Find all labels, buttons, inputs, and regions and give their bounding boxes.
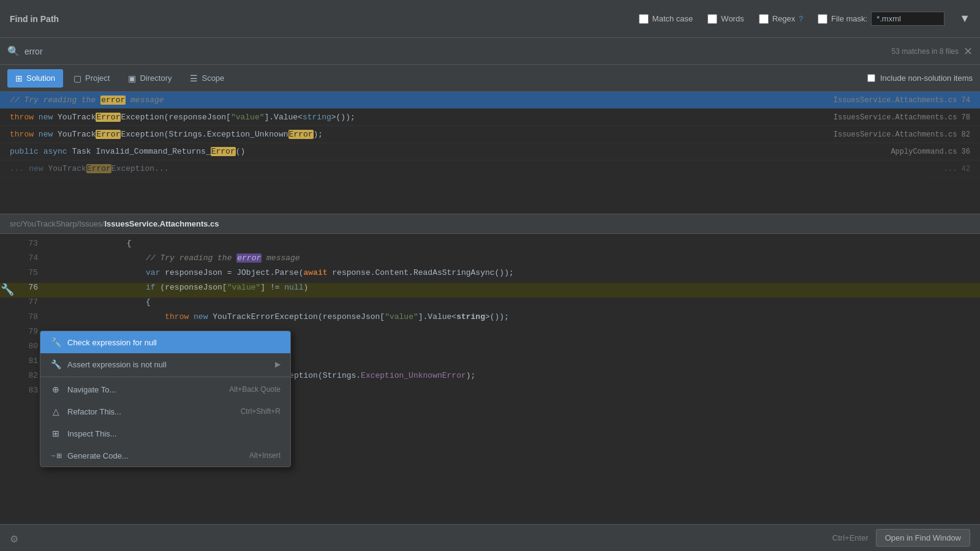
line-num-76: 76 <box>15 283 45 292</box>
project-icon: ▢ <box>74 73 81 83</box>
tab-scope-label: Scope <box>202 73 224 83</box>
ctx-divider <box>40 377 290 377</box>
code-line: 77 { <box>0 298 980 312</box>
tab-directory[interactable]: ▣ Directory <box>120 69 179 88</box>
match-case-label: Match case <box>652 14 693 23</box>
settings-icon[interactable]: ⚙ <box>10 533 18 545</box>
regex-help-icon[interactable]: ? <box>799 15 803 23</box>
tab-project[interactable]: ▢ Project <box>66 69 118 88</box>
result-code: public async Task Invalid_Command_Return… <box>10 147 881 156</box>
breadcrumb-bar: src/YouTrackSharp/Issues/IssuesService.A… <box>0 214 980 234</box>
include-wrap: Include non-solution items <box>867 73 973 83</box>
line-content-76: if (responseJson["value"] != null) <box>45 283 980 292</box>
filter-icon[interactable]: ▼ <box>959 12 970 25</box>
search-icon: 🔍 <box>7 45 20 57</box>
line-content-77: { <box>45 298 980 307</box>
regex-option[interactable]: Regex ? <box>759 14 803 24</box>
ctx-navigate-label: Navigate To... <box>67 385 223 394</box>
code-line-highlighted: 🔧 76 if (responseJson["value"] != null) <box>0 283 980 298</box>
code-line: 74 // Try reading the error message <box>0 253 980 268</box>
words-option[interactable]: Words <box>707 14 744 24</box>
gutter-76[interactable]: 🔧 <box>0 283 15 296</box>
ctx-check-null-label: Check expression for null <box>67 338 281 347</box>
scope-icon: ☰ <box>190 73 198 83</box>
ctx-navigate[interactable]: ⊕ Navigate To... Alt+Back Quote <box>40 378 290 400</box>
line-num-74: 74 <box>15 253 45 263</box>
result-code: // Try reading the error message <box>10 96 824 105</box>
ctx-generate-icon: →⊞ <box>50 450 61 461</box>
line-num-75: 75 <box>15 268 45 277</box>
line-content-78: throw new YouTrackErrorException(respons… <box>45 312 980 321</box>
words-label: Words <box>721 14 744 23</box>
result-file: IssuesService.Attachments.cs 82 <box>834 130 970 139</box>
search-input[interactable] <box>24 47 887 56</box>
line-num-73: 73 <box>15 239 45 248</box>
search-bar: 🔍 53 matches in 8 files ✕ <box>0 38 980 65</box>
ctx-refactor[interactable]: △ Refactor This... Ctrl+Shift+R <box>40 400 290 422</box>
ctx-refactor-icon: △ <box>50 406 61 417</box>
result-code: ... new YouTrackErrorException... <box>10 164 934 173</box>
ctx-assert-arrow: ▶ <box>275 360 281 369</box>
regex-label: Regex <box>772 14 796 23</box>
result-row[interactable]: // Try reading the error message IssuesS… <box>0 92 980 109</box>
solution-icon: ⊞ <box>15 73 23 83</box>
context-menu: 🔧 Check expression for null 🔧 Assert exp… <box>40 331 291 467</box>
tab-solution-label: Solution <box>26 73 55 83</box>
find-title: Find in Path <box>10 14 59 24</box>
line-num-78: 78 <box>15 312 45 321</box>
line-content-75: var responseJson = JObject.Parse(await r… <box>45 268 980 277</box>
include-non-solution-checkbox[interactable] <box>867 74 875 82</box>
directory-icon: ▣ <box>128 73 136 83</box>
shortcut-hint: Ctrl+Enter <box>832 533 869 542</box>
results-list[interactable]: // Try reading the error message IssuesS… <box>0 92 980 214</box>
result-file: ... 42 <box>944 165 970 173</box>
file-mask-checkbox[interactable] <box>818 14 827 24</box>
file-mask-option: File mask: <box>818 12 944 26</box>
code-line: 75 var responseJson = JObject.Parse(awai… <box>0 268 980 283</box>
result-row[interactable]: throw new YouTrackErrorException(Strings… <box>0 126 980 143</box>
clear-button[interactable]: ✕ <box>963 46 973 57</box>
result-file: IssuesService.Attachments.cs 78 <box>834 113 970 122</box>
result-row[interactable]: ... new YouTrackErrorException... ... 42 <box>0 160 980 178</box>
result-file: ApplyCommand.cs 36 <box>891 148 970 156</box>
match-count: 53 matches in 8 files <box>892 47 959 56</box>
ctx-generate-label: Generate Code... <box>67 451 243 460</box>
tab-solution[interactable]: ⊞ Solution <box>7 69 63 88</box>
ctx-check-null[interactable]: 🔧 Check expression for null <box>40 331 290 353</box>
tab-directory-label: Directory <box>140 73 172 83</box>
ctx-navigate-icon: ⊕ <box>50 384 61 395</box>
file-mask-label: File mask: <box>831 14 867 23</box>
words-checkbox[interactable] <box>707 14 717 24</box>
line-content-73: { <box>45 239 980 248</box>
code-editor: 73 { 74 // Try reading the error message… <box>0 234 980 513</box>
regex-checkbox[interactable] <box>759 14 769 24</box>
ctx-generate-shortcut: Alt+Insert <box>249 451 281 460</box>
find-toolbar: Find in Path Match case Words Regex ? Fi… <box>0 0 980 38</box>
ctx-inspect[interactable]: ⊞ Inspect This... <box>40 422 290 444</box>
file-mask-input[interactable] <box>871 12 944 26</box>
ctx-assert-null-label: Assert expression is not null <box>67 360 269 369</box>
code-line: 78 throw new YouTrackErrorException(resp… <box>0 312 980 327</box>
ctx-inspect-icon: ⊞ <box>50 428 61 439</box>
ctx-generate[interactable]: →⊞ Generate Code... Alt+Insert <box>40 444 290 467</box>
bottom-bar: ⚙ Ctrl+Enter Open in Find Window <box>0 524 980 551</box>
open-find-window-button[interactable]: Open in Find Window <box>876 529 970 547</box>
result-row[interactable]: throw new YouTrackErrorException(respons… <box>0 109 980 126</box>
tab-project-label: Project <box>85 73 110 83</box>
result-row[interactable]: public async Task Invalid_Command_Return… <box>0 143 980 160</box>
ctx-refactor-label: Refactor This... <box>67 407 235 416</box>
line-content-74: // Try reading the error message <box>45 253 980 263</box>
include-label: Include non-solution items <box>880 73 973 83</box>
tab-scope[interactable]: ☰ Scope <box>182 69 232 88</box>
breadcrumb-path: src/YouTrackSharp/Issues/IssuesService.A… <box>10 219 219 228</box>
ctx-inspect-label: Inspect This... <box>67 429 281 438</box>
match-case-checkbox[interactable] <box>639 14 649 24</box>
ctx-check-null-icon: 🔧 <box>50 337 61 348</box>
match-case-option[interactable]: Match case <box>639 14 693 24</box>
ctx-assert-null-icon: 🔧 <box>50 359 61 370</box>
scope-tabs: ⊞ Solution ▢ Project ▣ Directory ☰ Scope… <box>0 65 980 92</box>
line-num-77: 77 <box>15 298 45 307</box>
ctx-refactor-shortcut: Ctrl+Shift+R <box>241 407 281 416</box>
ctx-assert-null[interactable]: 🔧 Assert expression is not null ▶ <box>40 353 290 375</box>
code-line: 73 { <box>0 239 980 253</box>
